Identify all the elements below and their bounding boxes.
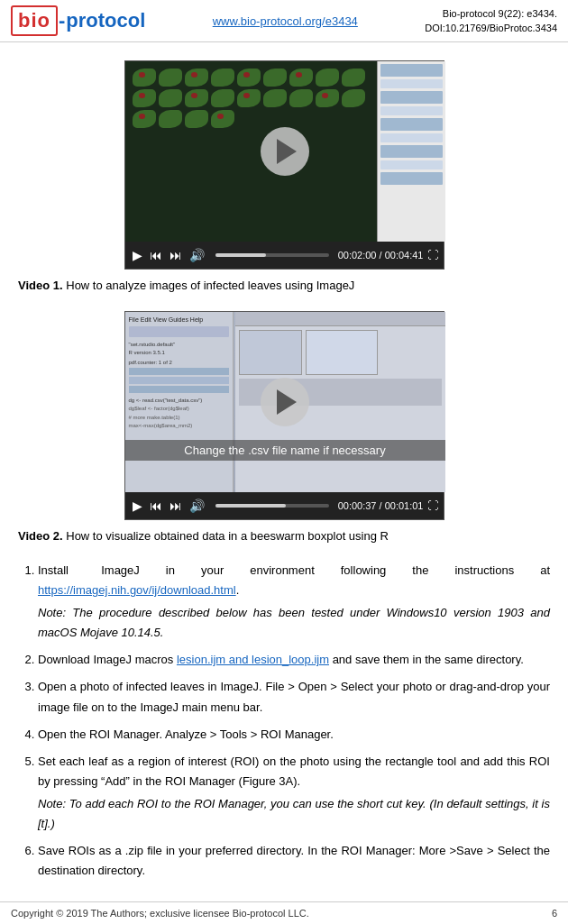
fast-forward-button2[interactable]: ⏭ <box>168 499 184 513</box>
leaf <box>342 69 365 87</box>
list-item-5: Set each leaf as a region of interest (R… <box>38 752 550 834</box>
video1-thumbnail <box>125 61 445 242</box>
leaf <box>289 69 313 87</box>
video2-caption: Video 2. How to visualize obtained data … <box>18 527 550 545</box>
note-1: Note: The procedure described below has … <box>38 603 550 643</box>
video2-left-panel: File Edit View Guides Help "set.rstudio.… <box>125 312 234 492</box>
video2-overlay-text: Change the .csv file name if necessary <box>125 440 445 461</box>
rewind-button[interactable]: ⏮ <box>148 248 164 262</box>
leaf <box>185 110 208 128</box>
note-5: Note: To add each ROI to the ROI Manager… <box>38 794 550 834</box>
play-triangle-icon <box>277 139 297 164</box>
numbered-list: Install ImageJ in your environment follo… <box>18 561 550 881</box>
header-doi: Bio-protocol 9(22): e3434. DOI:10.21769/… <box>425 6 557 36</box>
leaf <box>185 69 208 87</box>
leaf <box>159 89 182 107</box>
rewind-button2[interactable]: ⏮ <box>148 499 164 513</box>
leaf <box>316 89 339 107</box>
footer-page: 6 <box>552 908 557 919</box>
logo-dash: - <box>59 9 65 32</box>
list-item-2: Download ImageJ macros lesion.ijm and le… <box>38 650 550 670</box>
video1-controls: ▶ ⏮ ⏭ 🔊 00:02:00 / 00:04:41 ⛶ <box>125 242 444 269</box>
leaf <box>133 69 156 87</box>
list-item-1: Install ImageJ in your environment follo… <box>38 561 550 643</box>
video1-container: ▶ ⏮ ⏭ 🔊 00:02:00 / 00:04:41 ⛶ <box>124 60 444 270</box>
play-pause-button2[interactable]: ▶ <box>131 499 144 513</box>
leaf <box>211 89 234 107</box>
progress-bar2[interactable] <box>215 504 329 508</box>
volume-button[interactable]: 🔊 <box>188 248 206 262</box>
video2-controls: ▶ ⏮ ⏭ 🔊 00:00:37 / 00:01:01 ⛶ <box>125 492 444 519</box>
fullscreen-button2[interactable]: ⛶ <box>427 499 438 512</box>
leaf <box>237 69 261 87</box>
logo: bio - protocol <box>11 5 145 36</box>
list-item-4: Open the ROI Manager. Analyze > Tools > … <box>38 725 550 745</box>
main-content: ▶ ⏮ ⏭ 🔊 00:02:00 / 00:04:41 ⛶ Video 1. H… <box>0 42 568 915</box>
progress-bar[interactable] <box>215 253 329 257</box>
video2-play-button[interactable] <box>261 378 309 426</box>
video1-play-button[interactable] <box>261 127 309 176</box>
video1-right-panel <box>377 61 445 242</box>
fullscreen-button[interactable]: ⛶ <box>427 249 438 261</box>
video2-thumbnail: File Edit View Guides Help "set.rstudio.… <box>125 312 445 492</box>
header-url[interactable]: www.bio-protocol.org/e3434 <box>145 14 425 28</box>
play-triangle-icon <box>277 389 297 415</box>
fast-forward-button[interactable]: ⏭ <box>168 248 184 262</box>
progress-fill <box>215 253 267 257</box>
video1-time: 00:02:00 / 00:04:41 <box>338 250 424 261</box>
page-footer: Copyright © 2019 The Authors; exclusive … <box>0 901 568 924</box>
video2-container: File Edit View Guides Help "set.rstudio.… <box>124 311 444 520</box>
logo-protocol: protocol <box>66 9 145 32</box>
leaf <box>263 69 287 87</box>
leaf <box>263 89 287 107</box>
list-item-3: Open a photo of infected leaves in Image… <box>38 677 550 717</box>
instructions-list: Install ImageJ in your environment follo… <box>18 561 550 881</box>
leaf <box>237 89 261 107</box>
leaf <box>211 110 234 128</box>
leaf <box>185 89 208 107</box>
volume-button2[interactable]: 🔊 <box>188 499 206 513</box>
leaf <box>159 110 182 128</box>
video1-leaves <box>133 69 373 234</box>
logo-bio: bio <box>11 5 58 36</box>
imagej-download-link[interactable]: https://imagej.nih.gov/ij/download.html <box>38 583 236 597</box>
leaf <box>159 69 182 87</box>
leaf <box>211 69 234 87</box>
leaf <box>133 110 156 128</box>
list-item-6: Save ROIs as a .zip file in your preferr… <box>38 841 550 881</box>
video2-time: 00:00:37 / 00:01:01 <box>338 500 424 511</box>
leaf <box>133 89 156 107</box>
page-header: bio - protocol www.bio-protocol.org/e343… <box>0 0 568 42</box>
video1-caption: Video 1. How to analyze images of infect… <box>18 277 550 295</box>
leaf <box>289 89 313 107</box>
progress-fill2 <box>215 504 286 508</box>
footer-copyright: Copyright © 2019 The Authors; exclusive … <box>11 908 309 919</box>
leaf <box>342 89 365 107</box>
lesion-macros-link[interactable]: lesion.ijm and lesion_loop.ijm <box>177 653 329 666</box>
play-pause-button[interactable]: ▶ <box>131 248 144 262</box>
leaf <box>316 69 339 87</box>
